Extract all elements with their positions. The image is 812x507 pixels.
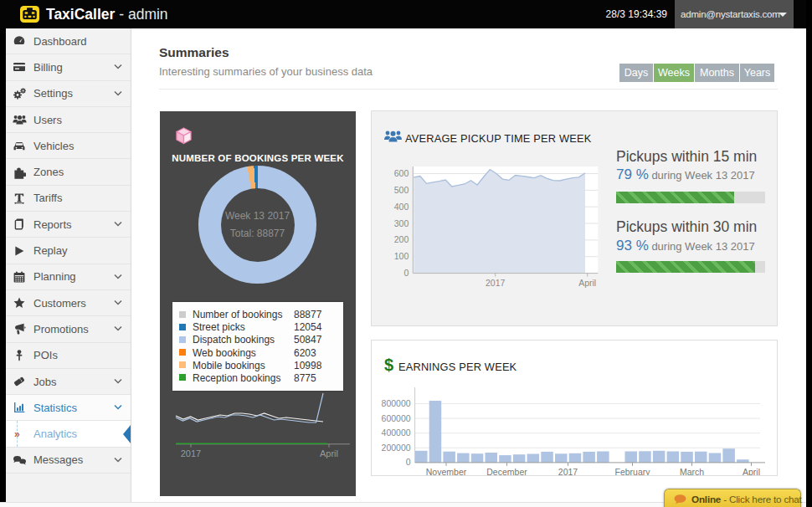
earnings-bar xyxy=(486,453,498,463)
sidebar-item-label: Customers xyxy=(33,290,86,315)
sidebar-item-dashboard[interactable]: Dashboard xyxy=(6,28,131,54)
chevron-down-icon xyxy=(114,274,122,279)
donut-center-week: Week 13 2017 xyxy=(225,207,290,225)
sparkline-series-dispatch-bookings xyxy=(176,393,323,422)
pickup-panel-title: AVERAGE PICKUP TIME PER WEEK xyxy=(405,132,592,145)
top-bar: TaxiCaller - admin 28/3 19:34:39 admin@n… xyxy=(0,0,812,28)
earnings-bar xyxy=(443,452,455,463)
legend-row: Street picks 12054 xyxy=(179,321,343,334)
svg-text:2017: 2017 xyxy=(558,467,578,475)
legend-swatch xyxy=(179,336,186,343)
legend-value: 8775 xyxy=(294,372,316,384)
svg-text:400000: 400000 xyxy=(382,428,411,438)
sidebar-item-statistics[interactable]: Statistics xyxy=(6,395,131,421)
sidebar-item-settings[interactable]: Settings xyxy=(6,81,131,107)
sidebar-item-label: Replay xyxy=(33,238,67,263)
earnings-bar xyxy=(541,452,553,463)
left-edge-strip xyxy=(0,28,6,502)
range-button-weeks[interactable]: Weeks xyxy=(654,64,694,82)
svg-text:March: March xyxy=(680,467,704,475)
svg-text:400: 400 xyxy=(394,202,409,212)
caret-down-icon xyxy=(779,13,787,17)
metric-value-line: 93 % during Week 13 2017 xyxy=(616,234,771,254)
sidebar-item-analytics[interactable]: » Analytics xyxy=(6,421,131,447)
bookings-donut-chart: Week 13 2017 Total: 88877 xyxy=(198,166,316,284)
earnings-bar xyxy=(471,453,484,463)
app-title: TaxiCaller - admin xyxy=(46,0,168,28)
sidebar-item-label: Users xyxy=(33,107,62,132)
earnings-bar xyxy=(429,401,442,463)
pickup-area-chart: 01002003004005006002017April xyxy=(372,157,614,325)
svg-text:600000: 600000 xyxy=(382,413,411,423)
legend-label: Dispatch bookings xyxy=(193,334,275,346)
sidebar-item-messages[interactable]: Messages xyxy=(6,448,131,474)
chevron-down-icon xyxy=(114,379,122,385)
legend-row: Number of bookings 88877 xyxy=(179,309,343,321)
sparkline-series-number-of-bookings xyxy=(176,413,323,422)
replay-icon xyxy=(13,244,26,258)
metric-percent: 79 % xyxy=(616,166,649,182)
legend-row: Mobile bookings 10998 xyxy=(179,360,343,372)
sidebar-item-customers[interactable]: Customers xyxy=(6,290,131,316)
sidebar-item-users[interactable]: Users xyxy=(6,107,131,133)
earnings-panel: $ EARNINGS PER WEEK 02000004000006000008… xyxy=(371,340,778,476)
sidebar-item-jobs[interactable]: Jobs xyxy=(6,369,131,395)
sidebar-item-billing[interactable]: Billing xyxy=(6,54,131,80)
legend-label: Number of bookings xyxy=(193,309,282,320)
chevron-down-icon xyxy=(114,326,122,332)
sidebar-item-vehicles[interactable]: Vehicles xyxy=(6,133,131,159)
metric-note: during Week 13 2017 xyxy=(651,240,754,253)
bookings-sparkline-chart: 2017April xyxy=(160,387,356,467)
earnings-bar xyxy=(709,453,722,463)
legend-swatch xyxy=(179,324,186,330)
tariffs-icon xyxy=(13,192,26,205)
dashboard-icon xyxy=(13,34,26,48)
donut-center-total: Total: 88877 xyxy=(230,225,285,243)
jobs-icon xyxy=(13,375,26,388)
earnings-bar xyxy=(639,451,651,463)
page-title: Summaries xyxy=(159,45,229,60)
sidebar-item-label: Promotions xyxy=(33,316,89,341)
sidebar-item-replay[interactable]: Replay xyxy=(6,238,131,264)
sidebar-item-label: POIs xyxy=(33,343,58,368)
metric-progress-bar xyxy=(616,261,765,273)
earnings-bar xyxy=(737,459,749,463)
chevron-down-icon xyxy=(114,405,122,411)
svg-text:800000: 800000 xyxy=(382,398,411,408)
header-divider xyxy=(159,89,778,90)
legend-row: Reception bookings 8775 xyxy=(179,372,343,385)
legend-value: 6203 xyxy=(294,347,316,359)
legend-value: 12054 xyxy=(294,321,321,333)
chevron-down-icon xyxy=(114,90,122,96)
sidebar-item-label: Dashboard xyxy=(33,28,87,54)
legend-row: Web bookings 6203 xyxy=(179,347,343,360)
svg-text:April: April xyxy=(320,448,338,458)
range-button-years[interactable]: Years xyxy=(740,64,774,82)
range-button-days[interactable]: Days xyxy=(619,64,653,82)
sidebar-item-promotions[interactable]: Promotions xyxy=(6,316,131,342)
zones-icon xyxy=(13,166,26,179)
chat-label: Online - Click here to chat xyxy=(691,494,802,504)
chevron-down-icon xyxy=(114,64,122,70)
sidebar-item-label: Reports xyxy=(33,212,72,237)
users-icon xyxy=(13,113,26,126)
metric-progress-fill xyxy=(616,261,755,273)
svg-text:November: November xyxy=(426,467,467,475)
earnings-bar xyxy=(415,451,428,463)
chat-button[interactable]: Online - Click here to chat xyxy=(664,489,801,507)
sidebar-item-tariffs[interactable]: Tariffs xyxy=(6,186,131,212)
svg-text:April: April xyxy=(743,467,760,475)
sidebar-item-planning[interactable]: Planning xyxy=(6,264,131,290)
sidebar-item-label: Planning xyxy=(33,264,76,289)
sidebar-item-label: Tariffs xyxy=(33,186,62,211)
sidebar-item-zones[interactable]: Zones xyxy=(6,159,131,185)
legend-value: 10998 xyxy=(294,360,321,371)
page-subtitle: Interesting summaries of your business d… xyxy=(159,65,373,78)
user-menu[interactable]: admin@nystartaxis.com xyxy=(675,0,794,28)
range-button-months[interactable]: Months xyxy=(695,64,739,82)
svg-text:100: 100 xyxy=(394,251,409,261)
sidebar-item-label: Zones xyxy=(33,159,64,184)
sidebar-item-reports[interactable]: Reports xyxy=(6,212,131,238)
sidebar-item-label: Messages xyxy=(33,448,83,473)
sidebar-item-pois[interactable]: POIs xyxy=(6,343,131,369)
